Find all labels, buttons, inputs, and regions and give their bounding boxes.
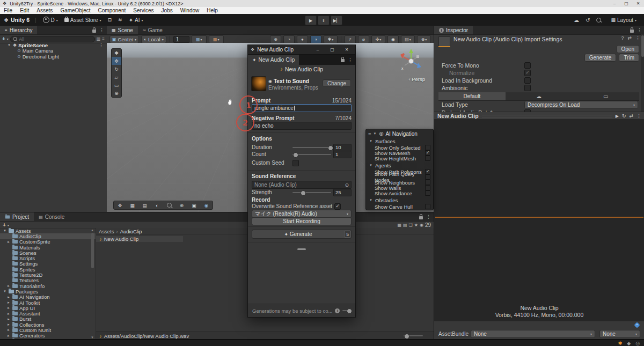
package-manager-button[interactable]: ⊟ — [105, 16, 115, 24]
cloud-icon[interactable]: ☁ — [574, 17, 579, 23]
ai-button[interactable]: ✦ AI ▾ — [126, 16, 147, 24]
label-icon[interactable]: ❏ — [409, 223, 413, 227]
section-arrow-icon[interactable]: ▼ — [369, 164, 373, 167]
tree-row-ai-navigation[interactable]: ►AI Navigation — [0, 295, 96, 300]
count-value[interactable]: 1 — [333, 151, 352, 158]
chevron-down-icon[interactable]: ▾ — [8, 223, 9, 227]
help-icon[interactable]: ? — [621, 35, 624, 41]
tab-game[interactable]: ∞ Game — [138, 26, 167, 34]
thumbnail-size-slider[interactable] — [404, 335, 423, 336]
menu-assets[interactable]: Assets — [33, 8, 56, 13]
asset-bundle-variant-dropdown[interactable]: None ▾ — [599, 330, 640, 338]
scene-camera-icon[interactable]: ⊕ — [270, 35, 281, 43]
tree-row-collections[interactable]: ►Collections — [0, 322, 96, 327]
tree-row-materials[interactable]: Materials — [0, 245, 96, 250]
drag-handle-icon[interactable]: ≡ — [368, 131, 371, 137]
ainav-item[interactable]: Show NavMesh ✓ — [366, 150, 433, 156]
ainav-item[interactable]: Show Carve Hull — [366, 204, 433, 209]
trim-button[interactable]: Trim — [619, 54, 639, 62]
tree-row-scripts[interactable]: Scripts — [0, 255, 96, 261]
tab-inspector[interactable]: i Inspector — [434, 26, 473, 34]
change-model-button[interactable]: Change — [323, 79, 351, 87]
inspector-scrollbar[interactable] — [641, 34, 644, 112]
checkbox[interactable]: ✓ — [425, 169, 430, 174]
scene-shading-icon[interactable]: ◔ — [283, 35, 295, 43]
tab-standalone[interactable]: ☁ — [506, 92, 573, 100]
expand-arrow-icon[interactable]: ► — [7, 318, 11, 321]
slider-knob[interactable] — [328, 145, 333, 151]
pause-button[interactable]: ‖ — [318, 16, 330, 25]
overlay-zoom-icon[interactable] — [164, 202, 175, 209]
checkbox[interactable] — [425, 156, 430, 161]
tree-row-assistant[interactable]: ►Assistant — [0, 311, 96, 316]
ainav-item[interactable]: Show Neighbours — [366, 180, 433, 185]
overlay-target-icon[interactable]: ⊕ — [176, 202, 187, 209]
hierarchy-item-directional-light[interactable]: ⊙ Directional Light — [0, 54, 107, 60]
ainav-item[interactable]: Show Walls — [366, 185, 433, 190]
tab-hierarchy[interactable]: ≡ Hierarchy — [0, 26, 37, 34]
search-icon[interactable] — [596, 18, 601, 23]
expand-arrow-icon[interactable]: ► — [7, 301, 11, 304]
tree-row-app-ui[interactable]: ►App UI — [0, 305, 96, 311]
expand-arrow-icon[interactable]: ► — [7, 296, 11, 299]
menu-jobs[interactable]: Jobs — [158, 8, 177, 13]
preview-play-icon[interactable]: ▶ — [616, 114, 619, 119]
negative-prompt-input[interactable]: no echo — [252, 122, 352, 130]
checkbox[interactable]: ✓ — [425, 150, 430, 156]
expand-arrow-icon[interactable]: ► — [7, 328, 11, 332]
scene-overlay-icon[interactable]: ✣▾ — [371, 35, 385, 43]
info-icon[interactable]: i — [335, 308, 340, 313]
collab-button[interactable]: ≋ — [115, 16, 126, 24]
tree-row-audioclip[interactable]: AudioClip — [0, 233, 96, 239]
tag-icon[interactable] — [634, 322, 640, 328]
sound-reference-field[interactable]: None (Audio Clip) ⊙ — [252, 181, 352, 189]
checkbox[interactable] — [425, 174, 430, 180]
duration-value[interactable]: 10 — [333, 144, 352, 151]
handle-space-button[interactable]: ◐ Local ▾ — [141, 35, 166, 43]
breadcrumb-current[interactable]: AudioClip — [120, 229, 142, 234]
scene-visibility-icon[interactable]: ⌀ — [358, 35, 369, 43]
overwrite-checkbox[interactable]: ✓ — [334, 203, 341, 210]
asset-bundle-dropdown[interactable]: None ▾ — [471, 330, 595, 338]
layout-button[interactable]: ▦ Layout ▾ — [608, 16, 640, 24]
menu-services[interactable]: Services — [129, 8, 157, 13]
scroll-up-icon[interactable]: ▲ — [91, 229, 94, 232]
generate-button[interactable]: ✦ Generate 5 — [252, 230, 352, 239]
scene-eye-icon[interactable]: ◉ — [387, 35, 399, 43]
checkbox[interactable] — [425, 190, 430, 196]
tree-scrollbar[interactable]: ▲ ▼ — [91, 228, 95, 340]
ainav-item[interactable]: Show Only Selected — [366, 145, 433, 150]
asset-store-button[interactable]: Asset Store ▾ — [61, 16, 105, 24]
count-slider[interactable] — [292, 154, 331, 155]
grid-view-icon[interactable]: ▦ — [397, 223, 401, 227]
tree-row-textures[interactable]: Textures — [0, 278, 96, 283]
scroll-thumb[interactable] — [641, 35, 644, 57]
tree-row-scenes[interactable]: Scenes — [0, 250, 96, 255]
tree-row-tutorialinfo[interactable]: ►TutorialInfo — [0, 283, 96, 289]
tree-row-settings[interactable]: Settings — [0, 261, 96, 267]
scene-2d-icon[interactable]: ● — [297, 35, 308, 43]
tree-row-sprites[interactable]: Sprites — [0, 267, 96, 272]
expand-arrow-icon[interactable]: ► — [7, 334, 11, 337]
increment-snap-button[interactable]: ▦ ▾ — [209, 35, 224, 43]
overlay-view-icon[interactable]: ▤ — [139, 202, 150, 209]
scene-component-icon[interactable]: ▤▾ — [401, 35, 415, 43]
overlay-globe-icon[interactable]: ◉ — [201, 202, 212, 209]
assistant-status-icon[interactable]: ✱ — [618, 341, 623, 346]
presets-icon[interactable]: ⇄ — [627, 35, 632, 41]
add-button[interactable]: + — [3, 222, 6, 228]
preview-loop-icon[interactable]: ↻ — [622, 113, 626, 119]
minimize-button[interactable]: – — [609, 1, 620, 6]
maximize-button[interactable]: ▢ — [620, 1, 632, 6]
kebab-menu-icon[interactable]: ⋮ — [99, 42, 107, 48]
tab-scene[interactable]: ▦ Scene — [107, 26, 138, 34]
tab-project[interactable]: Project — [0, 212, 34, 221]
scroll-thumb[interactable] — [91, 233, 94, 268]
chevron-down-icon[interactable]: ▾ — [7, 37, 9, 41]
footer-slider[interactable] — [342, 310, 351, 311]
strength-slider[interactable] — [292, 192, 331, 193]
asset-item-new-audio-clip[interactable]: ♪ New Audio Clip — [96, 236, 183, 242]
drag-handle[interactable] — [482, 115, 612, 117]
scene-effects-icon[interactable]: ✱▾ — [324, 35, 338, 43]
open-asset-icon[interactable]: ▤ — [403, 223, 407, 227]
